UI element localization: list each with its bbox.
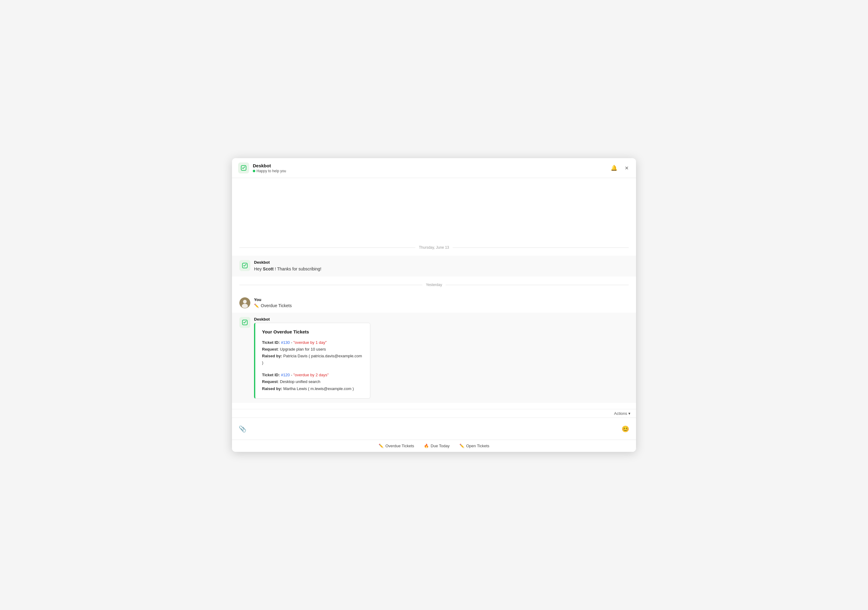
chat-window: Deskbot Happy to help you 🔔 ✕ Thursday, … [232,158,636,452]
ticket-2-overdue: "overdue by 2 days" [293,373,329,377]
ticket-1-request: Upgrade plan for 10 users [280,347,326,351]
ticket-raisedby-label-2: Raised by: [262,386,282,391]
message-sender-deskbot-tickets: Deskbot [254,317,629,322]
quick-action-overdue-label: Overdue Tickets [385,444,414,448]
ticket-1-id-line: Ticket ID: #130 - "overdue by 1 day" [262,339,363,346]
divider-line-left [239,248,415,248]
date-divider-text-yesterday: Yesterday [426,283,442,287]
message-sender-you: You [254,297,629,302]
attach-icon: 📎 [239,425,246,433]
message-row-user-command: You ✏️ Overdue Tickets [232,293,636,313]
header-subtitle: Happy to help you [253,169,609,173]
message-row-bot-welcome: Deskbot Hey Scott ! Thanks for subscribi… [232,256,636,277]
close-icon: ✕ [625,165,629,171]
emoji-icon: 😊 [622,425,629,433]
ticket-id-label-1: Ticket ID: [262,340,280,345]
header-info: Deskbot Happy to help you [253,163,609,173]
ticket-entry-2: Ticket ID: #120 - "overdue by 2 days" Re… [262,372,363,392]
message-content-welcome: Deskbot Hey Scott ! Thanks for subscribi… [254,260,629,272]
actions-button[interactable]: Actions ▾ [614,411,631,416]
command-label: Overdue Tickets [261,303,292,308]
ticket-2-raisedby: Martha Lewis ( m.lewis@example.com ) [283,386,354,391]
ticket-entry-1: Ticket ID: #130 - "overdue by 1 day" Req… [262,339,363,366]
empty-space-top [232,178,636,239]
ticket-2-request: Desktop unified search [280,379,321,384]
bell-icon: 🔔 [611,164,617,171]
user-avatar [239,297,250,308]
header-actions: 🔔 ✕ [609,163,630,173]
message-content-user: You ✏️ Overdue Tickets [254,297,629,308]
ticket-1-overdue: "overdue by 1 day" [293,340,327,345]
chat-body: Thursday, June 13 Deskbot Hey Scott ! Th… [232,178,636,409]
ticket-1-raisedby-line: Raised by: Patricia Davis ( patricia.dav… [262,353,363,366]
bot-avatar-tickets [239,317,250,328]
message-text-command: ✏️ Overdue Tickets [254,303,629,308]
ticket-id-link-2[interactable]: #120 [281,373,290,377]
quick-action-open-label: Open Tickets [466,444,490,448]
attach-button[interactable]: 📎 [237,423,248,434]
quick-actions-bar: ✏️ Overdue Tickets 🔥 Due Today ✏️ Open T… [232,440,636,452]
ticket-id-link-1[interactable]: #130 [281,340,290,345]
ticket-request-label-2: Request [262,379,277,384]
ticket-1-request-line: Request: Upgrade plan for 10 users [262,346,363,353]
date-divider-thursday: Thursday, June 13 [232,239,636,256]
header-title: Deskbot [253,163,609,168]
ticket-card: Your Overdue Tickets Ticket ID: #130 - "… [254,323,370,399]
date-divider-text-thursday: Thursday, June 13 [419,245,449,249]
divider-line-right [453,248,629,248]
message-input[interactable] [251,426,617,432]
date-divider-yesterday: Yesterday [232,277,636,293]
svg-point-4 [242,304,248,308]
message-content-bot-tickets: Deskbot Your Overdue Tickets Ticket ID: … [254,317,629,399]
emoji-button[interactable]: 😊 [620,423,631,434]
ticket-2-raisedby-line: Raised by: Martha Lewis ( m.lewis@exampl… [262,386,363,392]
quick-action-open-tickets[interactable]: ✏️ Open Tickets [459,444,490,448]
header-subtitle-text: Happy to help you [256,169,286,173]
ticket-id-label-2: Ticket ID: [262,373,280,377]
pencil-icon-open: ✏️ [459,444,464,448]
quick-action-overdue-tickets[interactable]: ✏️ Overdue Tickets [378,444,414,448]
svg-point-3 [243,300,247,303]
chat-input-area: 📎 😊 [232,418,636,440]
spacer-bottom [232,403,636,408]
ticket-card-title: Your Overdue Tickets [262,329,363,334]
message-sender-deskbot-welcome: Deskbot [254,260,629,265]
pencil-icon-command: ✏️ [254,303,259,308]
status-indicator [253,170,255,172]
message-text-welcome: Hey Scott ! Thanks for subscribing! [254,266,629,272]
ticket-2-request-line: Request: Desktop unified search [262,378,363,385]
bot-avatar-welcome [239,260,250,271]
close-button[interactable]: ✕ [623,164,630,172]
quick-action-due-today[interactable]: 🔥 Due Today [424,444,450,448]
quick-action-due-label: Due Today [431,444,450,448]
ticket-2-id-line: Ticket ID: #120 - "overdue by 2 days" [262,372,363,378]
chat-header: Deskbot Happy to help you 🔔 ✕ [232,158,636,178]
fire-icon-due: 🔥 [424,444,429,448]
actions-bar: Actions ▾ [232,409,636,418]
ticket-raisedby-label-1: Raised by: [262,354,282,358]
message-row-bot-tickets: Deskbot Your Overdue Tickets Ticket ID: … [232,313,636,403]
ticket-request-label-1: Request [262,347,277,351]
notification-button[interactable]: 🔔 [609,163,618,173]
pencil-icon-overdue: ✏️ [378,444,383,448]
chevron-down-icon: ▾ [628,411,631,416]
bot-avatar-header [238,163,249,173]
actions-label: Actions [614,411,627,416]
